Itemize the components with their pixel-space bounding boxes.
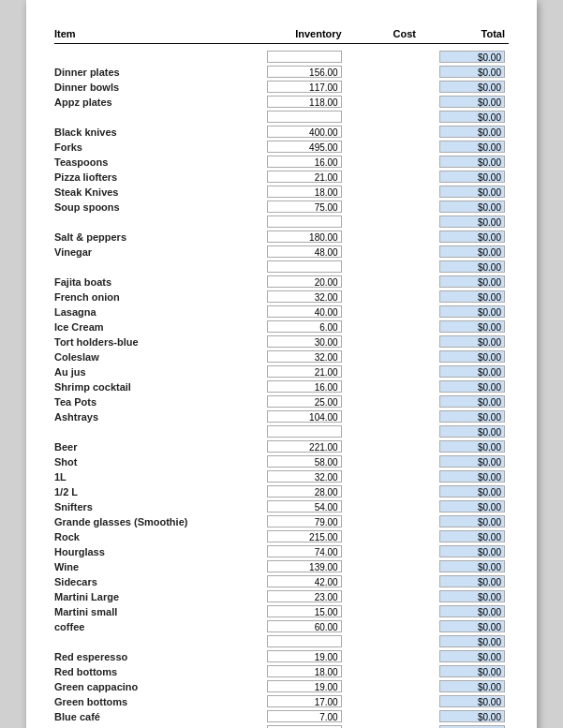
inventory-input[interactable]: 118.00 — [267, 96, 342, 108]
header-item: Item — [54, 28, 240, 39]
cell-item: Forks — [54, 141, 240, 153]
cell-total-wrapper: $0.00 — [425, 126, 509, 138]
table-row: coffee60.00$0.00 — [54, 619, 509, 633]
cell-total-wrapper: $0.00 — [425, 575, 509, 587]
inventory-input[interactable]: 19.00 — [267, 680, 342, 692]
inventory-input[interactable]: 139.00 — [267, 560, 342, 572]
cell-item: Martini small — [54, 606, 240, 617]
cell-total-wrapper: $0.00 — [425, 410, 509, 423]
table-row: Sidecars42.00$0.00 — [54, 574, 509, 588]
inventory-input[interactable]: 221.00 — [267, 440, 342, 453]
inventory-input[interactable] — [267, 51, 342, 63]
inventory-input[interactable]: 23.00 — [267, 590, 342, 602]
inventory-input[interactable]: 400.00 — [267, 126, 342, 138]
cell-total-wrapper: $0.00 — [425, 186, 509, 198]
inventory-input[interactable]: 495.00 — [267, 141, 342, 153]
header-total: Total — [425, 28, 509, 39]
table-row: $0.00 — [54, 50, 509, 64]
total-value: $0.00 — [439, 320, 505, 333]
inventory-input[interactable]: 19.00 — [267, 650, 342, 662]
inventory-input[interactable] — [267, 425, 342, 438]
inventory-input[interactable]: 21.00 — [267, 365, 342, 378]
table-row: Salt & peppers180.00$0.00 — [54, 230, 509, 244]
inventory-input[interactable]: 79.00 — [267, 515, 342, 527]
inventory-input[interactable]: 58.00 — [267, 455, 342, 468]
cell-item: Rock — [54, 531, 240, 542]
table-header: Item Inventory Cost Total — [54, 28, 509, 44]
cell-item: Dinner bowls — [54, 82, 240, 93]
table-row: $0.00 — [54, 634, 509, 648]
cell-inventory-wrapper: 21.00 — [240, 171, 351, 183]
cell-inventory-wrapper: 32.00 — [240, 470, 351, 483]
cell-total-wrapper: $0.00 — [425, 201, 509, 213]
inventory-input[interactable] — [267, 215, 342, 228]
table-row: Lasagna40.00$0.00 — [54, 305, 509, 319]
total-value: $0.00 — [439, 710, 505, 722]
inventory-input[interactable]: 18.00 — [267, 186, 342, 198]
cell-total-wrapper: $0.00 — [425, 455, 509, 468]
cell-inventory-wrapper — [240, 635, 351, 647]
table-row: 1/2 L28.00$0.00 — [54, 484, 509, 498]
inventory-input[interactable]: 54.00 — [267, 500, 342, 513]
cell-item: Red bottoms — [54, 666, 240, 677]
cell-total-wrapper: $0.00 — [425, 96, 509, 108]
cell-total-wrapper: $0.00 — [425, 530, 509, 542]
inventory-input[interactable]: 25.00 — [267, 395, 342, 408]
inventory-input[interactable]: 7.00 — [267, 710, 342, 722]
table-row: Pizza liofters21.00$0.00 — [54, 170, 509, 184]
inventory-input[interactable]: 32.00 — [267, 290, 342, 303]
total-value: $0.00 — [439, 530, 505, 542]
inventory-input[interactable]: 215.00 — [267, 530, 342, 542]
table-row: Blue café7.00$0.00 — [54, 709, 509, 723]
inventory-input[interactable]: 21.00 — [267, 171, 342, 183]
cell-total-wrapper: $0.00 — [425, 350, 509, 363]
inventory-input[interactable] — [267, 111, 342, 123]
table-row: Dinner bowls117.00$0.00 — [54, 80, 509, 94]
inventory-input[interactable]: 40.00 — [267, 305, 342, 318]
inventory-input[interactable]: 156.00 — [267, 66, 342, 78]
cell-total-wrapper: $0.00 — [425, 425, 509, 438]
inventory-input[interactable]: 6.00 — [267, 320, 342, 333]
cell-inventory-wrapper — [240, 215, 351, 228]
cell-item: 1L — [54, 471, 240, 483]
inventory-input[interactable]: 28.00 — [267, 485, 342, 498]
inventory-input[interactable]: 15.00 — [267, 605, 342, 617]
inventory-input[interactable]: 60.00 — [267, 620, 342, 632]
inventory-input[interactable]: 75.00 — [267, 201, 342, 213]
total-value: $0.00 — [439, 186, 505, 198]
inventory-input[interactable] — [267, 635, 342, 647]
inventory-input[interactable]: 16.00 — [267, 156, 342, 168]
cell-total-wrapper: $0.00 — [425, 171, 509, 183]
inventory-input[interactable]: 20.00 — [267, 275, 342, 288]
cell-inventory-wrapper: 21.00 — [240, 365, 351, 378]
total-value: $0.00 — [439, 96, 505, 108]
total-value: $0.00 — [439, 335, 505, 348]
table-row: $0.00 — [54, 424, 509, 438]
cell-item: Fajita boats — [54, 276, 240, 288]
inventory-input[interactable]: 16.00 — [267, 380, 342, 393]
inventory-input[interactable]: 17.00 — [267, 695, 342, 707]
inventory-input[interactable] — [267, 260, 342, 273]
inventory-input[interactable]: 30.00 — [267, 335, 342, 348]
cell-total-wrapper: $0.00 — [425, 365, 509, 378]
cell-total-wrapper: $0.00 — [425, 156, 509, 168]
inventory-input[interactable]: 42.00 — [267, 575, 342, 587]
table-row: French onion32.00$0.00 — [54, 290, 509, 304]
inventory-input[interactable]: 117.00 — [267, 81, 342, 93]
inventory-input[interactable]: 32.00 — [267, 350, 342, 363]
cell-total-wrapper: $0.00 — [425, 605, 509, 617]
table-row: Wine139.00$0.00 — [54, 559, 509, 573]
inventory-input[interactable]: 104.00 — [267, 410, 342, 423]
cell-inventory-wrapper: 19.00 — [240, 680, 351, 692]
inventory-input[interactable]: 18.00 — [267, 665, 342, 677]
total-value: $0.00 — [439, 665, 505, 677]
cell-inventory-wrapper: 7.00 — [240, 710, 351, 722]
total-value: $0.00 — [439, 66, 505, 78]
cell-inventory-wrapper: 156.00 — [240, 66, 351, 78]
inventory-input[interactable]: 180.00 — [267, 230, 342, 243]
inventory-input[interactable]: 32.00 — [267, 470, 342, 483]
cell-inventory-wrapper: 28.00 — [240, 485, 351, 498]
inventory-input[interactable]: 74.00 — [267, 545, 342, 557]
inventory-input[interactable]: 48.00 — [267, 245, 342, 258]
total-value: $0.00 — [439, 605, 505, 617]
